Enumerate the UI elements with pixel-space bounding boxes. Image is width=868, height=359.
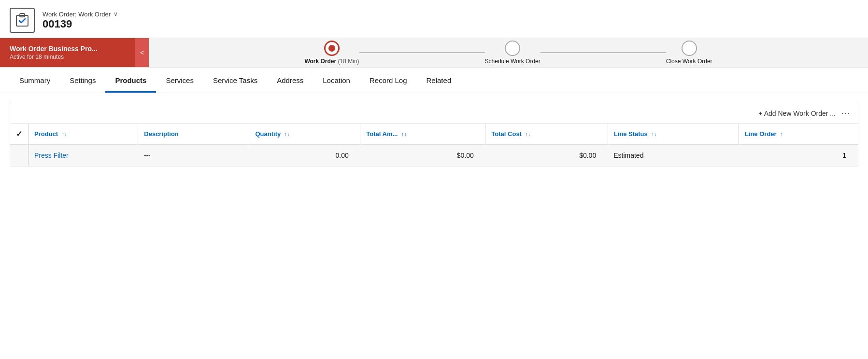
col-quantity[interactable]: Quantity ↑↓ [249,124,360,145]
sort-icon-product: ↑↓ [62,131,67,137]
step-label-schedule: Schedule Work Order [485,58,541,65]
tab-summary[interactable]: Summary [10,68,60,93]
tab-record-log[interactable]: Record Log [360,68,417,93]
collapse-button[interactable]: < [135,38,149,67]
products-table: ✓ Product ↑↓ Description Quantity ↑↓ Tot [10,124,858,166]
process-step-close[interactable]: Close Work Order [666,41,712,65]
col-line-status[interactable]: Line Status ↑↓ [608,124,739,145]
breadcrumb-text: Work Order: Work Order [43,11,111,18]
process-line-1 [359,52,485,53]
active-stage: Work Order Business Pro... Active for 18… [0,38,135,67]
row-line-status: Estimated [608,145,739,166]
table-toolbar: + Add New Work Order ... ··· [10,103,858,124]
process-step-schedule[interactable]: Schedule Work Order [485,41,541,65]
tab-bar: Summary Settings Products Services Servi… [0,68,868,93]
col-check[interactable]: ✓ [10,124,28,145]
tab-products[interactable]: Products [105,68,156,93]
process-bar: Work Order Business Pro... Active for 18… [0,38,868,68]
step-label-work-order: Work Order (18 Min) [304,58,359,65]
process-line-2 [541,52,666,53]
tab-related[interactable]: Related [417,68,461,93]
main-content: + Add New Work Order ... ··· ✓ Product ↑… [0,93,868,176]
chevron-down-icon: ∨ [114,11,118,17]
row-product[interactable]: Press Filter [28,145,138,166]
step-circle-work-order [324,41,340,56]
tab-service-tasks[interactable]: Service Tasks [203,68,267,93]
col-total-cost[interactable]: Total Cost ↑↓ [485,124,608,145]
header-title-group: Work Order: Work Order ∨ 00139 [43,11,118,30]
add-new-button[interactable]: + Add New Work Order ... [758,110,836,117]
row-total-cost: $0.00 [485,145,608,166]
row-line-order: 1 [739,145,858,166]
table-header-row: ✓ Product ↑↓ Description Quantity ↑↓ Tot [10,124,858,145]
col-product[interactable]: Product ↑↓ [28,124,138,145]
tab-services[interactable]: Services [156,68,203,93]
add-new-label: + Add New Work Order ... [758,110,836,117]
col-line-order[interactable]: Line Order ↑ [739,124,858,145]
row-quantity: 0.00 [249,145,360,166]
page-title: 00139 [43,18,118,30]
products-table-container: + Add New Work Order ... ··· ✓ Product ↑… [10,103,858,166]
process-steps: Work Order (18 Min) Schedule Work Order … [149,41,868,65]
col-total-amount[interactable]: Total Am... ↑↓ [360,124,485,145]
step-inner-dot [328,45,335,52]
step-label-close: Close Work Order [666,58,712,65]
tab-settings[interactable]: Settings [60,68,105,93]
col-description[interactable]: Description [138,124,249,145]
process-step-work-order[interactable]: Work Order (18 Min) [304,41,359,65]
tab-location[interactable]: Location [313,68,360,93]
app-icon [10,8,35,33]
step-circle-schedule [505,41,520,56]
tab-address[interactable]: Address [267,68,313,93]
active-stage-sub: Active for 18 minutes [10,54,127,60]
sort-icon-line-status: ↑↓ [651,131,656,137]
more-options-button[interactable]: ··· [841,108,850,118]
step-circle-close [682,41,697,56]
row-check[interactable] [10,145,28,166]
active-stage-title: Work Order Business Pro... [10,45,127,53]
table-row[interactable]: Press Filter --- 0.00 $0.00 $0.00 Estima… [10,145,858,166]
sort-icon-line-order: ↑ [780,131,783,137]
row-total-amount: $0.00 [360,145,485,166]
sort-icon-total-cost: ↑↓ [526,131,531,137]
row-description: --- [138,145,249,166]
sort-icon-quantity: ↑↓ [285,131,290,137]
sort-icon-total-amount: ↑↓ [401,131,407,137]
breadcrumb[interactable]: Work Order: Work Order ∨ [43,11,118,18]
page-header: Work Order: Work Order ∨ 00139 [0,0,868,38]
